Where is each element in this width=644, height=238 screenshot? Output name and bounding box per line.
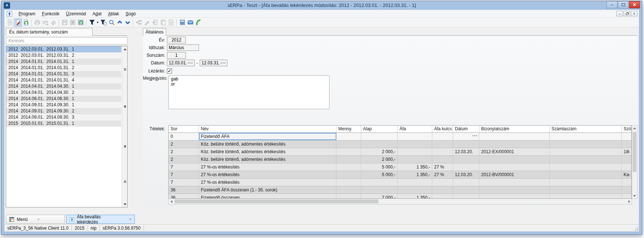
table-cell[interactable]: [622, 133, 632, 140]
minimize-button[interactable]: –: [606, 1, 617, 8]
close-button[interactable]: ✕: [629, 1, 640, 8]
table-cell[interactable]: 1 350,-: [398, 163, 432, 171]
save-icon[interactable]: [61, 19, 69, 27]
table-cell[interactable]: [398, 148, 432, 155]
column-header-5[interactable]: Áfa: [398, 126, 432, 132]
table-row[interactable]: 727 %-os értékesítés5 000,-1 350,-27 %: [169, 163, 632, 171]
table-cell[interactable]: [361, 133, 398, 140]
table-cell[interactable]: [479, 186, 550, 194]
save-refresh-icon[interactable]: [77, 19, 85, 27]
table-cell[interactable]: [336, 156, 361, 163]
search-icon[interactable]: [108, 19, 116, 27]
list-item[interactable]: 20142014.04.01.2014.04.30.2: [6, 90, 121, 96]
nav-first-icon[interactable]: [122, 104, 128, 108]
column-header-7[interactable]: Dátum: [453, 126, 479, 132]
list-item[interactable]: 20142014.01.01.2014.01.31.3: [6, 71, 121, 77]
table-cell[interactable]: [453, 140, 479, 148]
cell-ellipsis-button[interactable]: ···: [472, 133, 478, 139]
tab-close-icon[interactable]: ×: [129, 217, 132, 222]
tab-close-icon[interactable]: ×: [37, 217, 40, 222]
print-preview-icon[interactable]: [41, 19, 49, 27]
column-header-2[interactable]: Név: [199, 126, 336, 132]
megjegyzes-textarea[interactable]: gab or: [168, 75, 329, 109]
export-icon[interactable]: [151, 19, 159, 27]
table-cell[interactable]: 27 %: [432, 171, 453, 178]
table-cell[interactable]: [550, 133, 622, 140]
help-document-icon[interactable]: ?: [167, 19, 175, 27]
resize-grip[interactable]: [634, 226, 638, 231]
table-cell[interactable]: Fizetendő összesen: [199, 194, 336, 199]
scroll-down-icon[interactable]: [632, 193, 637, 198]
table-cell[interactable]: 0: [169, 133, 199, 140]
table-cell[interactable]: 27 %-os értékesítés: [199, 179, 336, 186]
table-cell[interactable]: [336, 171, 361, 178]
ev-field[interactable]: 2012: [167, 37, 186, 43]
search-input[interactable]: Keresés: [6, 37, 128, 44]
table-cell[interactable]: 27 %: [432, 163, 453, 171]
move-left-icon[interactable]: [135, 19, 143, 27]
list-item[interactable]: 20142014.09.01.2014.09.30.1: [6, 102, 121, 108]
table-cell[interactable]: 12.03.20.: [453, 171, 479, 178]
table-row[interactable]: 0Fizetendő ÁFA···: [169, 133, 632, 140]
table-cell[interactable]: 2: [169, 148, 199, 155]
scroll-up-icon[interactable]: [632, 126, 637, 131]
table-cell[interactable]: [622, 163, 632, 171]
table-row[interactable]: 36Fizetendő ÁFA összesen (1.- 35. sorok): [169, 186, 632, 194]
menu-item-súgó[interactable]: Súgó: [122, 11, 139, 17]
table-cell[interactable]: 12.03.20.: [453, 148, 479, 155]
filter-document-icon[interactable]: [99, 19, 108, 27]
table-cell[interactable]: [398, 140, 432, 148]
refresh-record-icon[interactable]: [22, 19, 30, 27]
table-cell[interactable]: 36: [169, 194, 199, 199]
table-cell[interactable]: 2012-BV/000001: [479, 171, 550, 178]
table-cell[interactable]: [550, 179, 622, 186]
table-cell[interactable]: 2: [169, 140, 199, 148]
column-header-4[interactable]: Alap: [361, 126, 398, 132]
table-cell[interactable]: [550, 156, 622, 163]
attachment-icon[interactable]: [49, 19, 57, 27]
table-cell[interactable]: [453, 186, 479, 194]
mdi-close-button[interactable]: ×: [631, 11, 637, 16]
table-cell[interactable]: [622, 194, 632, 199]
table-cell[interactable]: [336, 194, 361, 199]
table-cell[interactable]: [479, 179, 550, 186]
phone-icon[interactable]: [194, 19, 202, 27]
table-cell[interactable]: 7 000,-: [361, 194, 398, 199]
scroll-left-icon[interactable]: [169, 199, 174, 204]
scroll-thumb[interactable]: [175, 199, 378, 203]
column-header-1[interactable]: Sor: [169, 126, 199, 132]
table-cell[interactable]: [453, 194, 479, 199]
nav-up-icon[interactable]: [122, 47, 128, 51]
table-cell[interactable]: [432, 179, 453, 186]
table-cell[interactable]: [453, 156, 479, 163]
menu-item-ablak[interactable]: Ablak: [105, 11, 122, 17]
table-cell[interactable]: [479, 140, 550, 148]
table-cell[interactable]: 36: [169, 186, 199, 194]
table-cell[interactable]: 2 000,-: [361, 148, 398, 155]
tab-menu[interactable]: Menü ×: [6, 215, 65, 224]
table-row[interactable]: 36Fizetendő összesen7 000,-1 350,-: [169, 194, 632, 199]
list-item[interactable]: 20142014.04.01.2014.04.30.1: [6, 83, 121, 90]
table-cell[interactable]: [336, 133, 361, 140]
menu-item-funkciók[interactable]: Funkciók: [39, 11, 63, 17]
table-cell[interactable]: [453, 179, 479, 186]
table-cell[interactable]: [336, 140, 361, 148]
table-cell[interactable]: [398, 156, 432, 163]
table-cell[interactable]: [479, 133, 550, 140]
nav-down-icon[interactable]: [122, 202, 128, 206]
list-item[interactable]: 20122012.03.01.2012.03.31.2: [6, 52, 121, 59]
nav-page-up-icon[interactable]: [122, 67, 128, 71]
column-header-8[interactable]: Bizonylatszám: [479, 126, 550, 132]
table-cell[interactable]: [336, 179, 361, 186]
table-cell[interactable]: 2: [169, 156, 199, 163]
titlebar[interactable]: sERPa - Teszt - [Áfa bevallás lekérdezés…: [1, 1, 642, 10]
nav-page-down-icon[interactable]: [122, 180, 128, 184]
column-header-9[interactable]: Számlaszám: [550, 126, 622, 132]
table-cell[interactable]: [336, 186, 361, 194]
table-row[interactable]: 2Köz. belülre történő, adómentes értékes…: [169, 148, 632, 156]
sorszam-field[interactable]: 1: [167, 52, 186, 59]
table-cell[interactable]: 1 350,-: [398, 194, 432, 199]
menu-item-üzemmód[interactable]: Üzemmód: [63, 11, 89, 17]
table-cell[interactable]: [432, 194, 453, 199]
table-cell[interactable]: 7: [169, 171, 199, 178]
